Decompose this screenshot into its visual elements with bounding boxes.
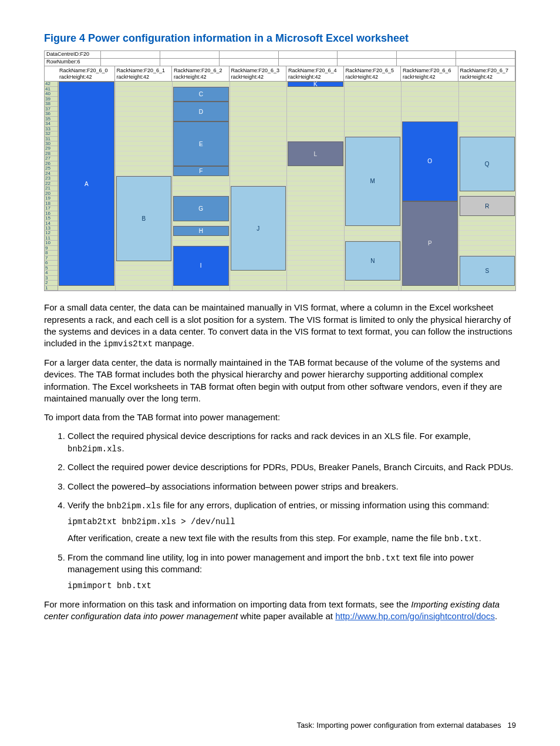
rownumber-cell: RowNumber:6 <box>45 59 101 66</box>
command-2: ipmimport bnb.txt <box>68 580 516 592</box>
device-block-L: L <box>288 141 343 166</box>
rack-header-5: RackName:F20_6_5rackHeight:42 <box>344 66 402 82</box>
rack-column-4: KL <box>287 82 345 291</box>
device-block-N: N <box>345 241 401 281</box>
paragraph-2: For a larger data center, the data is no… <box>44 357 516 404</box>
device-block-J: J <box>231 186 286 271</box>
device-block-P: P <box>402 201 458 286</box>
command-1: ipmtab2txt bnb2ipm.xls > /dev/null <box>68 517 516 528</box>
device-block-I: I <box>173 246 229 286</box>
rack-column-0: A <box>58 82 116 291</box>
rack-grid: ABCDEFGHIJKLMNOPQRS <box>58 82 515 291</box>
rack-header-2: RackName:F20_6_2rackHeight:42 <box>172 66 230 82</box>
rack-column-6: OP <box>402 82 459 291</box>
rack-column-1: B <box>116 82 173 291</box>
rack-header-0: RackName:F20_6_0rackHeight:42 <box>58 66 115 82</box>
device-block-K: K <box>288 82 343 86</box>
figure-title: Figure 4 Power configuration information… <box>44 32 516 45</box>
rack-column-5: MN <box>345 82 402 291</box>
device-block-C: C <box>173 87 229 102</box>
rack-column-7: QRS <box>459 82 516 291</box>
rack-header-4: RackName:F20_6_4rackHeight:42 <box>286 66 344 82</box>
rack-header-3: RackName:F20_6_3rackHeight:42 <box>230 66 287 82</box>
step-5: From the command line utility, log in in… <box>68 552 516 592</box>
device-block-H: H <box>173 226 229 236</box>
device-block-D: D <box>173 102 229 121</box>
rack-header-1: RackName:F20_6_1rackHeight:42 <box>115 66 173 82</box>
body-text: For a small data center, the data can be… <box>44 302 516 622</box>
steps-list: Collect the required physical device des… <box>44 430 516 591</box>
device-block-A: A <box>59 82 114 286</box>
datacentre-cell: DataCentreID:F20 <box>45 51 101 58</box>
row-numbers: 4241403938373635343332313029282726252423… <box>45 82 58 291</box>
paragraph-4: For more information on this task and in… <box>44 599 516 623</box>
excel-worksheet: DataCentreID:F20 RowNumber:6 RackName:F2… <box>44 50 516 291</box>
paragraph-3: To import data from the TAB format into … <box>44 411 516 423</box>
rack-header-7: RackName:F20_6_7rackHeight:42 <box>458 66 516 82</box>
device-block-B: B <box>116 176 172 261</box>
device-block-O: O <box>402 121 458 201</box>
rack-column-2: CDEFGHI <box>173 82 230 291</box>
step-4: Verify the bnb2ipm.xls file for any erro… <box>68 499 516 545</box>
device-block-G: G <box>173 196 229 221</box>
step-1: Collect the required physical device des… <box>68 430 516 454</box>
device-block-S: S <box>460 256 515 286</box>
device-block-E: E <box>173 121 229 166</box>
device-block-M: M <box>345 137 401 227</box>
step-3: Collect the powered–by associations info… <box>68 481 516 492</box>
rack-header-6: RackName:F20_6_6rackHeight:42 <box>401 66 458 82</box>
docs-link[interactable]: http://www.hp.com/go/insightcontrol/docs <box>335 611 495 621</box>
rack-column-3: J <box>230 82 288 291</box>
page-footer: Task: Importing power configuration from… <box>296 721 516 730</box>
device-block-F: F <box>173 166 229 176</box>
device-block-R: R <box>460 196 515 216</box>
device-block-Q: Q <box>460 137 515 191</box>
step-2: Collect the required power device descri… <box>68 461 516 473</box>
paragraph-1: For a small data center, the data can be… <box>44 302 516 350</box>
